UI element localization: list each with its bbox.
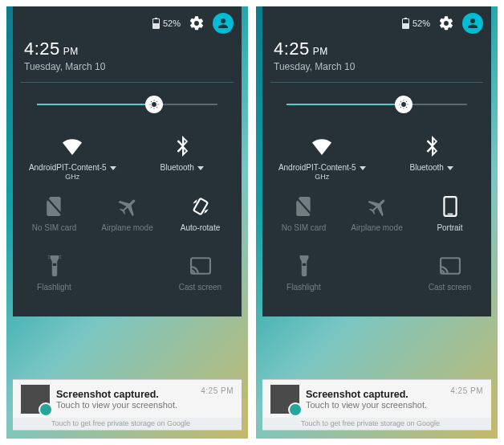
profile-avatar-icon[interactable] — [462, 13, 483, 34]
clock-time: 4:25 PM — [24, 39, 79, 59]
notification-shade: 52% 4:25 PM Tuesday, March 10 — [262, 6, 491, 316]
brightness-thumb[interactable] — [395, 96, 413, 113]
brightness-slider[interactable] — [287, 94, 467, 115]
caret-down-icon — [197, 166, 204, 170]
flashlight-tile[interactable]: Flashlight — [267, 249, 340, 308]
phone-screenshot-right: 52% 4:25 PM Tuesday, March 10 — [256, 6, 498, 439]
no-sim-icon — [296, 197, 312, 216]
brightness-fill — [287, 104, 404, 105]
brightness-icon — [398, 99, 409, 110]
svg-rect-1 — [52, 263, 55, 266]
cast-icon — [440, 257, 461, 275]
battery-status: 52% — [402, 18, 430, 29]
notification-title: Screenshot captured. — [56, 389, 194, 400]
notification-thumbnail-icon — [21, 385, 50, 414]
notification-peek[interactable]: Touch to get free private storage on Goo… — [13, 418, 242, 431]
svg-rect-4 — [444, 197, 456, 216]
battery-percent: 52% — [413, 18, 430, 28]
divider — [21, 82, 234, 83]
svg-point-8 — [440, 271, 442, 274]
quick-tiles-row-2: No SIM card Airplane mode Portrait — [262, 190, 491, 249]
phone-screenshot-left: 52% 4:25 PM Tuesday, March 10 — [6, 6, 248, 439]
bluetooth-tile[interactable]: Bluetooth — [377, 129, 487, 190]
notification-desc: Touch to view your screenshot. — [56, 400, 194, 410]
brightness-thumb[interactable] — [145, 96, 163, 113]
divider — [270, 82, 483, 83]
clock-date: Tuesday, March 10 — [274, 61, 480, 72]
no-sim-icon — [47, 197, 63, 216]
wifi-icon — [61, 137, 83, 155]
brightness-icon — [148, 99, 160, 110]
flashlight-tile[interactable]: Flashlight — [18, 249, 91, 308]
battery-percent: 52% — [163, 18, 181, 28]
airplane-tile[interactable]: Airplane mode — [91, 190, 164, 249]
screenshot-notification[interactable]: Screenshot captured. Touch to view your … — [262, 379, 491, 418]
svg-rect-5 — [447, 214, 453, 215]
cast-icon — [190, 257, 211, 275]
battery-icon — [152, 18, 160, 29]
notification-time: 4:25 PM — [201, 386, 234, 395]
settings-icon[interactable] — [189, 15, 205, 31]
settings-icon[interactable] — [438, 15, 454, 31]
notification-peek[interactable]: Touch to get free private storage on Goo… — [262, 418, 491, 431]
profile-avatar-icon[interactable] — [213, 13, 234, 34]
battery-status: 52% — [152, 18, 181, 29]
brightness-slider[interactable] — [37, 94, 217, 115]
rotation-tile[interactable]: Auto-rotate — [164, 190, 237, 249]
status-bar: 52% — [13, 6, 242, 37]
airplane-icon — [117, 197, 138, 216]
caret-down-icon — [447, 166, 453, 170]
quick-tiles-row-1: AndroidPIT-Content-5 GHz Bluetooth — [262, 129, 491, 190]
cast-tile[interactable]: Cast screen — [164, 249, 237, 308]
flashlight-icon — [48, 255, 61, 276]
notification-thumbnail-icon — [270, 385, 299, 414]
quick-tiles-row-1: AndroidPIT-Content-5 GHz Bluetooth — [13, 129, 242, 190]
quick-tiles-row-2: No SIM card Airplane mode Auto-rotate — [13, 190, 242, 249]
bluetooth-tile[interactable]: Bluetooth — [128, 129, 238, 190]
clock-time: 4:25 PM — [274, 39, 328, 59]
airplane-tile[interactable]: Airplane mode — [340, 190, 413, 249]
cast-tile[interactable]: Cast screen — [413, 249, 486, 308]
quick-tiles-row-3: Flashlight Cast screen — [13, 249, 242, 308]
auto-rotate-icon — [190, 196, 211, 217]
notification-shade: 52% 4:25 PM Tuesday, March 10 — [13, 6, 242, 316]
wifi-tile[interactable]: AndroidPIT-Content-5 GHz — [267, 129, 377, 190]
caret-down-icon — [110, 166, 116, 170]
wifi-icon — [311, 137, 333, 155]
portrait-lock-icon — [443, 196, 457, 217]
wifi-tile[interactable]: AndroidPIT-Content-5 GHz — [18, 129, 128, 190]
sim-tile[interactable]: No SIM card — [267, 190, 340, 249]
caret-down-icon — [360, 166, 366, 170]
notification-title: Screenshot captured. — [306, 389, 444, 400]
flashlight-icon — [298, 255, 311, 276]
clock-date: Tuesday, March 10 — [24, 61, 230, 72]
battery-icon — [402, 18, 409, 29]
svg-rect-6 — [302, 263, 305, 266]
sim-tile[interactable]: No SIM card — [18, 190, 91, 249]
notification-desc: Touch to view your screenshot. — [306, 400, 444, 410]
bluetooth-icon — [425, 136, 438, 157]
notification-time: 4:25 PM — [450, 386, 483, 395]
airplane-icon — [367, 197, 388, 216]
brightness-fill — [37, 104, 154, 105]
screenshot-notification[interactable]: Screenshot captured. Touch to view your … — [13, 379, 242, 418]
quick-tiles-row-3: Flashlight Cast screen — [262, 249, 491, 308]
bluetooth-icon — [176, 136, 189, 157]
status-bar: 52% — [262, 6, 491, 37]
rotation-tile[interactable]: Portrait — [413, 190, 486, 249]
svg-point-3 — [190, 271, 193, 274]
